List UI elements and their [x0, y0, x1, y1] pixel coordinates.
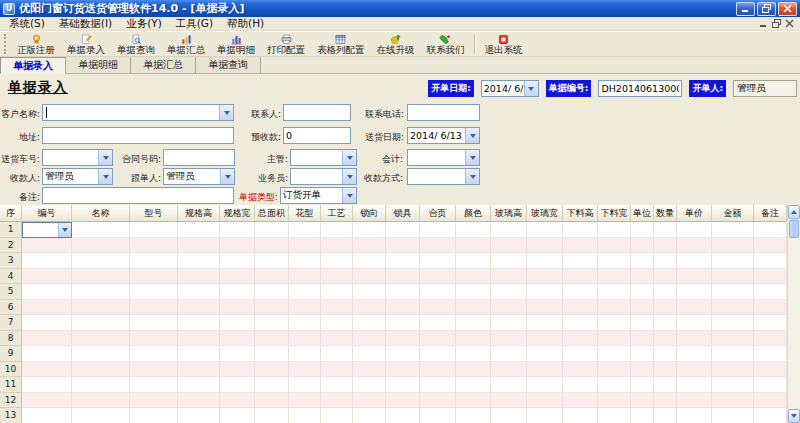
grid-cell[interactable] [386, 408, 420, 423]
grid-cell[interactable] [456, 253, 491, 269]
grid-cell[interactable] [456, 408, 491, 423]
grid-cell[interactable] [491, 362, 527, 378]
grid-col-header[interactable]: 下料高 [563, 205, 598, 222]
grid-cell[interactable] [677, 377, 712, 393]
grid-cell[interactable] [527, 315, 563, 331]
chevron-down-icon[interactable] [342, 150, 356, 165]
grid-cell[interactable] [563, 346, 598, 362]
grid-cell[interactable] [654, 238, 677, 254]
grid-cell[interactable] [386, 253, 420, 269]
grid-col-header[interactable]: 金额 [712, 205, 754, 222]
dropdown-arrow-icon[interactable] [58, 223, 71, 237]
grid-cell[interactable] [255, 346, 289, 362]
delivery-date-combobox[interactable]: 2014/ 6/13 [407, 127, 480, 144]
grid-cell[interactable] [527, 284, 563, 300]
grid-cell[interactable] [130, 393, 178, 409]
minimize-button[interactable] [736, 2, 755, 16]
grid-cell[interactable] [654, 331, 677, 347]
grid-cell[interactable] [456, 284, 491, 300]
grid-cell[interactable] [220, 315, 255, 331]
grid-cell[interactable] [631, 269, 654, 285]
mdi-minimize-icon[interactable] [759, 19, 768, 28]
grid-cell[interactable] [178, 269, 220, 285]
grid-cell[interactable] [178, 393, 220, 409]
grid-cell[interactable] [563, 377, 598, 393]
menu-base-data[interactable]: 基础数据(I) [52, 17, 119, 30]
grid-cell[interactable] [754, 253, 787, 269]
grid-cell[interactable] [420, 284, 456, 300]
grid-cell[interactable] [456, 238, 491, 254]
grid-cell[interactable] [527, 377, 563, 393]
grid-cell[interactable] [321, 315, 353, 331]
scrollbar-track[interactable] [788, 239, 800, 409]
grid-cell[interactable] [178, 238, 220, 254]
grid-cell[interactable] [178, 222, 220, 238]
grid-cell[interactable] [321, 222, 353, 238]
grid-cell[interactable] [654, 346, 677, 362]
grid-cell[interactable] [22, 238, 72, 254]
grid-cell[interactable] [754, 408, 787, 423]
grid-cell[interactable] [754, 238, 787, 254]
grid-cell[interactable] [130, 253, 178, 269]
grid-cell[interactable] [420, 300, 456, 316]
grid-cell[interactable] [491, 222, 527, 238]
grid-cell[interactable] [527, 269, 563, 285]
grid-cell[interactable] [72, 315, 130, 331]
grid-cell[interactable] [178, 331, 220, 347]
grid-cell[interactable] [72, 408, 130, 423]
grid-cell[interactable] [491, 284, 527, 300]
grid-cell[interactable] [220, 300, 255, 316]
grid-cell[interactable] [289, 377, 321, 393]
grid-cell[interactable] [22, 222, 72, 238]
grid-cell[interactable] [289, 362, 321, 378]
grid-cell[interactable] [527, 346, 563, 362]
grid-cell[interactable] [654, 362, 677, 378]
grid-cell[interactable] [491, 315, 527, 331]
grid-col-header[interactable]: 备注 [754, 205, 787, 222]
grid-cell[interactable] [386, 300, 420, 316]
grid-cell[interactable] [598, 362, 631, 378]
grid-cell[interactable] [563, 300, 598, 316]
grid-cell[interactable] [386, 346, 420, 362]
grid-cell[interactable] [754, 284, 787, 300]
menu-tools[interactable]: 工具(G) [169, 17, 220, 30]
chevron-down-icon[interactable] [219, 105, 233, 120]
grid-cell[interactable] [255, 300, 289, 316]
chevron-down-icon[interactable] [465, 150, 479, 165]
grid-col-header[interactable]: 花型 [289, 205, 321, 222]
grid-cell[interactable] [178, 377, 220, 393]
grid-cell[interactable] [754, 222, 787, 238]
grid-cell[interactable] [754, 362, 787, 378]
grid-cell[interactable] [527, 238, 563, 254]
grid-cell[interactable] [353, 315, 386, 331]
grid-cell[interactable] [677, 362, 712, 378]
print-config-button[interactable]: 打印配置 [261, 32, 311, 56]
grid-cell[interactable] [754, 377, 787, 393]
grid-cell[interactable] [220, 346, 255, 362]
grid-cell[interactable] [353, 408, 386, 423]
grid-cell[interactable] [22, 362, 72, 378]
grid-cell[interactable] [130, 315, 178, 331]
doc-summary-button[interactable]: 单据汇总 [161, 32, 211, 56]
grid-cell[interactable] [420, 269, 456, 285]
grid-cell[interactable] [456, 222, 491, 238]
mdi-close-icon[interactable] [785, 19, 794, 28]
grid-cell[interactable] [677, 222, 712, 238]
grid-cell[interactable] [420, 393, 456, 409]
grid-cell[interactable] [386, 362, 420, 378]
prepaid-input[interactable] [283, 127, 351, 144]
grid-col-header[interactable]: 玻璃高 [491, 205, 527, 222]
grid-cell[interactable] [321, 362, 353, 378]
grid-cell[interactable] [631, 315, 654, 331]
grid-cell[interactable] [289, 253, 321, 269]
grid-cell[interactable] [654, 315, 677, 331]
doc-entry-button[interactable]: 单据录入 [61, 32, 111, 56]
pay-method-combobox[interactable] [407, 168, 480, 185]
grid-cell[interactable] [712, 331, 754, 347]
grid-cell[interactable] [353, 393, 386, 409]
grid-cell[interactable] [255, 222, 289, 238]
grid-cell[interactable] [677, 331, 712, 347]
grid-cell[interactable] [527, 362, 563, 378]
grid-cell[interactable] [255, 269, 289, 285]
grid-cell[interactable] [491, 408, 527, 423]
